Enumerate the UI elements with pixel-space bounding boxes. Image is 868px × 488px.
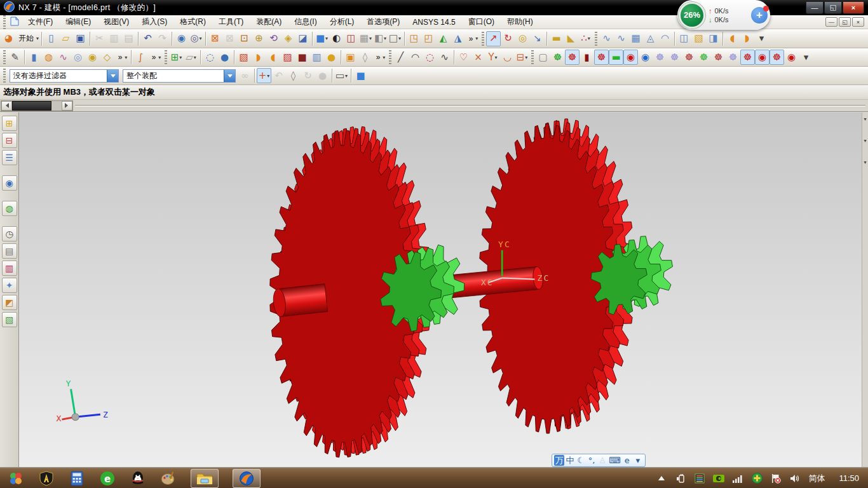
hidden-icons-chevron[interactable] bbox=[656, 473, 667, 484]
nx-logo-icon[interactable]: ◕ bbox=[1, 31, 16, 46]
menu-format[interactable]: 格式(R) bbox=[173, 15, 212, 29]
ime-logo-button[interactable]: 万 bbox=[554, 455, 564, 466]
shaded-cube-icon[interactable]: ■ bbox=[353, 68, 368, 83]
extrude-icon[interactable]: ▮ bbox=[27, 50, 41, 65]
display-grid-icon[interactable] bbox=[694, 473, 705, 484]
outline-gear-icon-2[interactable]: ☸ bbox=[667, 50, 682, 65]
outline-gear-icon-1[interactable]: ☸ bbox=[653, 50, 667, 65]
close-button[interactable]: × bbox=[843, 2, 864, 14]
action-center-flag-icon[interactable] bbox=[770, 473, 782, 484]
orient-wcs-icon[interactable]: ↗ bbox=[486, 31, 501, 46]
sketch-icon[interactable]: ✎ bbox=[8, 50, 22, 65]
thicken-icon[interactable]: ◫ bbox=[677, 31, 691, 46]
perspective-icon[interactable]: ◪ bbox=[295, 31, 310, 46]
menu-assemblies[interactable]: 装配(A) bbox=[250, 15, 288, 29]
eraser-icon[interactable]: ◊ bbox=[286, 68, 301, 83]
graphics-viewport[interactable]: YCXCZCXYZ bbox=[19, 112, 862, 467]
selection-filter-combo-arrow[interactable] bbox=[107, 70, 118, 82]
rotate-wcs-icon[interactable]: ↻ bbox=[501, 31, 515, 46]
save-icon[interactable]: ▣ bbox=[73, 31, 88, 46]
measure-distance-icon[interactable]: ▬ bbox=[549, 31, 564, 46]
facet-display-icon[interactable]: ▦▾ bbox=[358, 31, 373, 46]
flange-icon[interactable]: ◖ bbox=[725, 31, 740, 46]
green-shaft-icon[interactable]: ▬ bbox=[609, 50, 623, 65]
cube-orange-icon[interactable]: ▣ bbox=[343, 50, 358, 65]
scene-gallery-button[interactable]: ▧ bbox=[2, 312, 17, 327]
measure-angle-icon[interactable]: ◣ bbox=[564, 31, 578, 46]
fillet-curve-icon[interactable]: ◡ bbox=[500, 50, 515, 65]
menu-insert[interactable]: 插入(S) bbox=[135, 15, 173, 29]
menu-file[interactable]: 文件(F) bbox=[22, 15, 59, 29]
power-plug-icon[interactable] bbox=[675, 473, 686, 484]
sphere-shaded-icon[interactable]: ● bbox=[217, 50, 232, 65]
row2-overflow-arrow[interactable]: ▾ bbox=[799, 50, 813, 65]
red-ring-icon-2[interactable]: ◉ bbox=[755, 50, 770, 65]
pocket-icon[interactable]: ◖ bbox=[266, 50, 280, 65]
feature-overflow-button[interactable]: »▾ bbox=[114, 50, 129, 65]
studio-spline-icon[interactable]: ♡ bbox=[456, 50, 471, 65]
curve-icon[interactable]: ∫ bbox=[133, 50, 148, 65]
tube-icon[interactable]: ◎ bbox=[71, 50, 85, 65]
plane-icon[interactable]: ▱▾ bbox=[184, 50, 198, 65]
green-browser-icon[interactable]: e bbox=[99, 470, 116, 487]
surface-analysis-icon[interactable]: ◬ bbox=[643, 31, 658, 46]
circle-icon[interactable]: ◌ bbox=[423, 50, 437, 65]
red-gear-icon-3[interactable]: ☸ bbox=[770, 50, 784, 65]
unite-icon[interactable]: ◊ bbox=[358, 50, 372, 65]
bounded-plane-icon[interactable]: ◠ bbox=[658, 31, 672, 46]
chinese-english-toggle[interactable]: 中 bbox=[565, 455, 575, 466]
box-feature-icon[interactable]: ▧ bbox=[236, 50, 251, 65]
menu-ansys[interactable]: ANSYS 14.5 bbox=[406, 15, 461, 29]
gear-pair-icon-2[interactable]: ☸ bbox=[711, 50, 726, 65]
spline-icon[interactable]: ∿ bbox=[437, 50, 452, 65]
menu-window[interactable]: 窗口(O) bbox=[462, 15, 501, 29]
history-button[interactable]: ◍ bbox=[2, 201, 17, 216]
revolve-icon[interactable]: ◍ bbox=[41, 50, 56, 65]
trim-curve-icon[interactable]: × bbox=[471, 50, 485, 65]
background-color-icon[interactable]: □▾ bbox=[388, 31, 402, 46]
render-style-icon[interactable]: ◐ bbox=[329, 31, 344, 46]
minimize-button[interactable]: — bbox=[806, 2, 824, 14]
open-file-icon[interactable]: ▱ bbox=[58, 31, 73, 46]
find-icon[interactable]: ◎▾ bbox=[189, 31, 203, 46]
datum-plane-icon[interactable]: ◇ bbox=[100, 50, 114, 65]
move-component-icon[interactable]: ◳ bbox=[407, 31, 421, 46]
network-signal-icon[interactable] bbox=[732, 473, 743, 484]
wireframe-display-icon[interactable]: ◫ bbox=[344, 31, 358, 46]
fit-view-icon[interactable]: ⊠ bbox=[208, 31, 222, 46]
internet-explorer-button[interactable]: ◉ bbox=[2, 175, 17, 191]
gear-pair-icon-1[interactable]: ☸ bbox=[682, 50, 696, 65]
selection-filter-combo[interactable]: 没有选择过滤器 bbox=[10, 69, 119, 83]
new-file-icon[interactable]: ▯ bbox=[44, 31, 58, 46]
sheet-to-solid-icon[interactable]: ▧ bbox=[691, 31, 706, 46]
wcs-origin-icon[interactable]: ◎ bbox=[515, 31, 530, 46]
patch-icon[interactable]: ◨ bbox=[706, 31, 721, 46]
roles-button[interactable]: ◩ bbox=[2, 295, 17, 310]
calculator-app-icon[interactable] bbox=[69, 470, 85, 487]
menu-tools[interactable]: 工具(T) bbox=[212, 15, 250, 29]
red-gear-icon-2[interactable]: ☸ bbox=[740, 50, 755, 65]
point-constructor-icon[interactable]: ∴▾ bbox=[578, 31, 593, 46]
info-icon[interactable]: ◉ bbox=[174, 31, 189, 46]
sphere-wire-icon[interactable]: ◌ bbox=[203, 50, 217, 65]
materials-button[interactable]: ▥ bbox=[2, 261, 17, 276]
clock[interactable]: 11:50 bbox=[839, 473, 859, 483]
modeling-overflow-button[interactable]: »▾ bbox=[372, 50, 387, 65]
blend-icon[interactable]: ◉ bbox=[85, 50, 100, 65]
cube-maroon-icon[interactable]: ■ bbox=[295, 50, 309, 65]
antivirus-shield-icon[interactable] bbox=[751, 473, 763, 484]
bend-icon[interactable]: ◗ bbox=[740, 31, 754, 46]
nx-taskbar-button[interactable] bbox=[233, 469, 261, 488]
soft-keyboard-button[interactable]: ⌨ bbox=[608, 455, 621, 466]
boost-button[interactable]: + bbox=[751, 7, 768, 24]
red-cylinder-icon[interactable]: ▮ bbox=[580, 50, 594, 65]
language-indicator[interactable]: 简体 bbox=[808, 473, 825, 484]
model-scene[interactable]: YCXCZCXYZ bbox=[19, 112, 862, 467]
snap-point-icon[interactable]: +▾ bbox=[257, 68, 271, 83]
ime-tools-button[interactable]: e bbox=[622, 455, 632, 466]
zoom-box-icon[interactable]: ⊡ bbox=[237, 31, 252, 46]
assembly-constraints-icon[interactable]: ◰ bbox=[421, 31, 436, 46]
network-monitor-widget[interactable]: 26% ↑0K/s ↓0K/s + bbox=[677, 0, 770, 30]
gc-new-page-icon[interactable]: ▢ bbox=[536, 50, 550, 65]
assembly-navigator-button[interactable]: ⊞ bbox=[2, 116, 17, 131]
